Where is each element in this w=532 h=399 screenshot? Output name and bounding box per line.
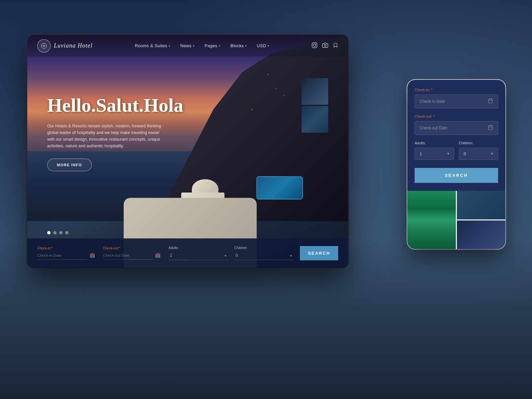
mobile-checkin-required: * — [431, 88, 433, 92]
checkin-calendar-icon: 📅 — [89, 253, 95, 258]
camera-icon[interactable] — [322, 42, 328, 50]
mobile-checkin-placeholder: Check-in Date — [420, 99, 445, 104]
svg-rect-10 — [488, 126, 492, 130]
nav-usd-label: USD — [257, 43, 266, 48]
logo-text: Luviana Hotel — [54, 42, 93, 49]
mobile-children-chevron: ▾ — [491, 151, 493, 156]
mobile-children-label: Children: — [459, 141, 498, 145]
mobile-checkin-label-text: Check-in: — [415, 88, 430, 92]
mobile-search-button[interactable]: SEARCH — [415, 168, 498, 183]
nav-item-usd[interactable]: USD ▾ — [257, 43, 269, 48]
mobile-photo-grid — [407, 191, 505, 249]
children-select[interactable]: 0 1 2 3 — [234, 251, 294, 260]
checkout-required: * — [119, 246, 120, 250]
checkin-label: Check-in:* — [37, 246, 96, 250]
mobile-checkout-label-text: Check-out: — [415, 114, 432, 118]
thumbnail-strip — [302, 78, 328, 133]
mobile-checkout-required: * — [433, 114, 435, 118]
nav-social-icons — [312, 42, 338, 50]
mobile-children-select[interactable]: 0 ▾ — [459, 148, 498, 160]
navbar: Luviana Hotel Rooms & Suites ▾ News ▾ Pa… — [27, 35, 348, 57]
bookmark-icon[interactable] — [333, 42, 338, 50]
pool — [256, 176, 303, 200]
laptop-mockup: Luviana Hotel Rooms & Suites ▾ News ▾ Pa… — [27, 35, 348, 268]
nav-pages-label: Pages — [204, 43, 217, 48]
nav-pages-arrow: ▾ — [219, 44, 220, 48]
dot-1[interactable] — [47, 231, 51, 234]
checkout-input-wrap[interactable]: 📅 — [103, 251, 162, 260]
dot-2[interactable] — [53, 231, 57, 234]
adults-select-wrap[interactable]: 1 2 3 4 — [169, 251, 228, 260]
mobile-checkout-placeholder: Check-out Date — [420, 126, 447, 130]
children-select-wrap[interactable]: 0 1 2 3 — [234, 251, 294, 260]
hero-title: Hello.Salut.Hola — [47, 95, 183, 116]
adults-label: Adults: — [169, 246, 228, 250]
mobile-photo-pool — [407, 191, 456, 249]
mobile-checkout-input[interactable]: Check-out Date — [415, 121, 498, 135]
checkin-input-wrap[interactable]: 📅 — [37, 251, 96, 260]
pool-area — [256, 176, 316, 209]
hero-description: Our Hotels & Resorts remain stylish, mod… — [47, 123, 167, 149]
nav-item-news[interactable]: News ▾ — [180, 43, 195, 48]
nav-blocks-label: Blocks — [230, 43, 244, 48]
more-info-button[interactable]: MORE INFO — [47, 159, 92, 171]
checkin-label-text: Check-in: — [37, 246, 51, 250]
svg-point-5 — [324, 44, 326, 46]
children-label: Children: — [234, 246, 294, 250]
mobile-booking-card: Check-in: * Check-in Date Check-out: * C… — [407, 80, 505, 191]
checkin-field: Check-in:* 📅 — [37, 246, 96, 260]
logo-icon — [37, 39, 51, 53]
carousel-dots — [47, 231, 68, 234]
mobile-adults-field: Adults: 1 ▾ — [415, 141, 454, 160]
hero-section: Luviana Hotel Rooms & Suites ▾ News ▾ Pa… — [27, 35, 348, 268]
checkout-label: Check-out:* — [103, 246, 162, 250]
nav-item-pages[interactable]: Pages ▾ — [204, 43, 220, 48]
thumbnail-2[interactable] — [302, 106, 328, 133]
checkin-required: * — [51, 246, 53, 250]
dot-3[interactable] — [59, 231, 63, 234]
checkout-input[interactable] — [103, 251, 153, 260]
nav-news-label: News — [180, 43, 192, 48]
mobile-checkout-label: Check-out: * — [415, 114, 498, 118]
children-field: Children: 0 1 2 3 — [234, 246, 294, 260]
thumbnail-1[interactable] — [302, 78, 328, 105]
mobile-checkout-calendar-icon — [488, 125, 493, 131]
mobile-adults-select[interactable]: 1 ▾ — [415, 148, 454, 160]
nav-item-rooms[interactable]: Rooms & Suites ▾ — [135, 43, 170, 48]
mobile-children-field: Children: 0 ▾ — [459, 141, 498, 160]
search-button[interactable]: SEARCH — [300, 246, 338, 260]
nav-usd-arrow: ▾ — [268, 44, 269, 48]
dot-4[interactable] — [65, 231, 68, 234]
nav-menu: Rooms & Suites ▾ News ▾ Pages ▾ Blocks ▾… — [93, 43, 312, 48]
checkin-input[interactable] — [37, 251, 87, 260]
checkout-field: Check-out:* 📅 — [103, 246, 162, 260]
nav-blocks-arrow: ▾ — [245, 44, 247, 48]
adults-select[interactable]: 1 2 3 4 — [169, 251, 228, 260]
mobile-adults-value: 1 — [420, 151, 422, 156]
checkout-label-text: Check-out: — [103, 246, 119, 250]
hero-content: Hello.Salut.Hola Our Hotels & Resorts re… — [47, 95, 183, 171]
mobile-photo-top — [457, 191, 505, 219]
mobile-children-value: 0 — [464, 151, 466, 156]
svg-rect-2 — [312, 43, 317, 48]
booking-bar: Check-in:* 📅 Check-out:* 📅 Adults: — [27, 238, 348, 268]
mobile-adults-chevron: ▾ — [447, 151, 449, 156]
checkout-calendar-icon: 📅 — [155, 253, 161, 258]
logo-area[interactable]: Luviana Hotel — [37, 39, 93, 53]
nav-item-blocks[interactable]: Blocks ▾ — [230, 43, 247, 48]
mobile-guests-row: Adults: 1 ▾ Children: 0 ▾ — [415, 141, 498, 160]
svg-rect-6 — [488, 99, 492, 103]
nav-rooms-label: Rooms & Suites — [135, 43, 167, 48]
mobile-checkin-calendar-icon — [488, 98, 493, 105]
mobile-checkin-input[interactable]: Check-in Date — [415, 94, 498, 108]
mobile-checkin-label: Check-in: * — [415, 88, 498, 92]
mobile-photo-bottom — [457, 220, 505, 249]
mobile-mockup: Check-in: * Check-in Date Check-out: * C… — [407, 80, 505, 249]
nav-news-arrow: ▾ — [193, 44, 195, 48]
mobile-adults-label: Adults: — [415, 141, 454, 145]
nav-rooms-arrow: ▾ — [169, 44, 170, 48]
svg-point-3 — [313, 44, 316, 47]
svg-point-4 — [316, 44, 316, 44]
adults-field: Adults: 1 2 3 4 — [169, 246, 228, 260]
instagram-icon[interactable] — [312, 42, 318, 50]
